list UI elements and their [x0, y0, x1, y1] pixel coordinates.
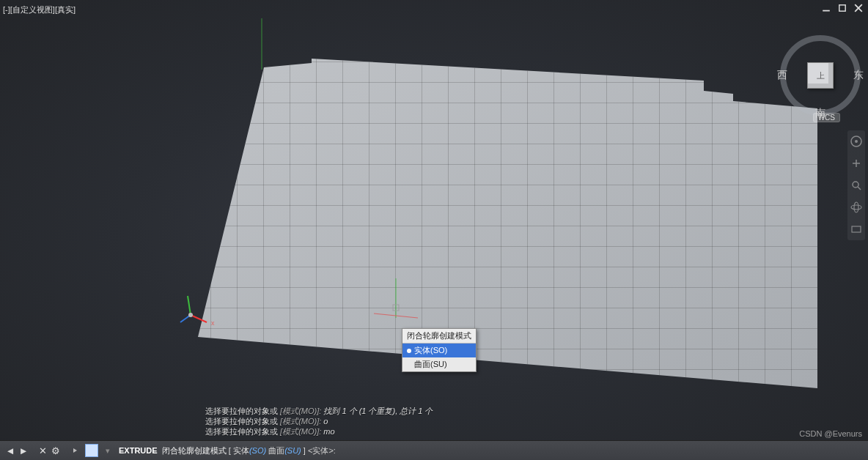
mode-popup: 闭合轮廓创建模式 实体(SO) 曲面(SU) — [402, 328, 477, 372]
bullet-icon — [407, 349, 411, 353]
bullet-icon — [407, 363, 411, 367]
tab-settings-icon[interactable]: ⚙ — [50, 445, 62, 456]
history-line: 选择要拉伸的对象或 [模式(MO)]: mo — [205, 426, 861, 437]
mode-option-surface[interactable]: 曲面(SU) — [402, 357, 476, 371]
svg-text:x: x — [211, 319, 215, 327]
tab-controls: ◄ ► ✕ ⚙ — [0, 441, 66, 460]
command-chevron-icon[interactable] — [69, 444, 82, 457]
steering-wheel-icon[interactable] — [850, 135, 863, 148]
command-text[interactable]: EXTRUDE 闭合轮廓创建模式 [ 实体(SO) 曲面(SU) ] <实体>: — [114, 445, 868, 456]
mode-popup-title: 闭合轮廓创建模式 — [402, 329, 476, 344]
orbit-icon[interactable] — [850, 201, 863, 214]
window-controls — [821, 3, 864, 13]
svg-point-6 — [188, 313, 193, 317]
mode-option-label: 实体(SO) — [414, 345, 447, 356]
history-line: 选择要拉伸的对象或 [模式(MO)]: 找到 1 个 (1 个重复), 总计 1… — [205, 406, 861, 416]
mode-option-solid[interactable]: 实体(SO) — [402, 344, 476, 357]
minimize-icon[interactable] — [821, 3, 831, 13]
svg-marker-1 — [198, 59, 817, 388]
command-line[interactable]: ◄ ► ✕ ⚙ ▾ EXTRUDE 闭合轮廓创建模式 [ 实体(SO) 曲面(S… — [0, 440, 868, 460]
svg-rect-12 — [839, 5, 845, 11]
tab-prev-icon[interactable]: ◄ — [4, 445, 16, 456]
command-history: 选择要拉伸的对象或 [模式(MO)]: 找到 1 个 (1 个重复), 总计 1… — [205, 406, 861, 437]
navigation-bar[interactable] — [847, 130, 865, 240]
mode-option-label: 曲面(SU) — [414, 359, 447, 370]
viewcube-east[interactable]: 东 — [853, 69, 864, 82]
viewcube[interactable]: 上 南 西 东 — [780, 35, 861, 116]
svg-point-17 — [853, 182, 858, 188]
view-label[interactable]: [-][自定义视图][真实] — [3, 4, 76, 15]
command-dropdown-icon[interactable]: ▾ — [101, 444, 114, 457]
svg-rect-21 — [852, 226, 861, 232]
svg-point-20 — [854, 202, 858, 212]
viewcube-cube[interactable]: 上 — [807, 62, 834, 89]
grid-surface: x — [0, 0, 868, 460]
close-icon[interactable] — [853, 3, 864, 13]
command-icon[interactable] — [85, 444, 98, 457]
watermark: CSDN @Evenurs — [799, 429, 862, 438]
maximize-icon[interactable] — [837, 3, 847, 13]
tab-next-icon[interactable]: ► — [18, 445, 29, 456]
svg-line-4 — [188, 296, 191, 315]
svg-line-18 — [858, 187, 861, 190]
zoom-icon[interactable] — [850, 179, 863, 192]
tab-close-icon[interactable]: ✕ — [37, 445, 48, 456]
history-line: 选择要拉伸的对象或 [模式(MO)]: o — [205, 416, 861, 426]
wcs-badge[interactable]: WCS — [813, 113, 840, 122]
pan-icon[interactable] — [850, 157, 863, 170]
viewcube-west[interactable]: 西 — [777, 69, 787, 82]
showmotion-icon[interactable] — [850, 223, 863, 236]
scene: x — [0, 0, 868, 460]
svg-point-16 — [855, 140, 858, 143]
viewport-3d[interactable]: x [-][自定义视图][真实] 上 南 西 东 WCS 闭合轮廓 — [0, 0, 868, 460]
svg-point-19 — [851, 205, 861, 209]
